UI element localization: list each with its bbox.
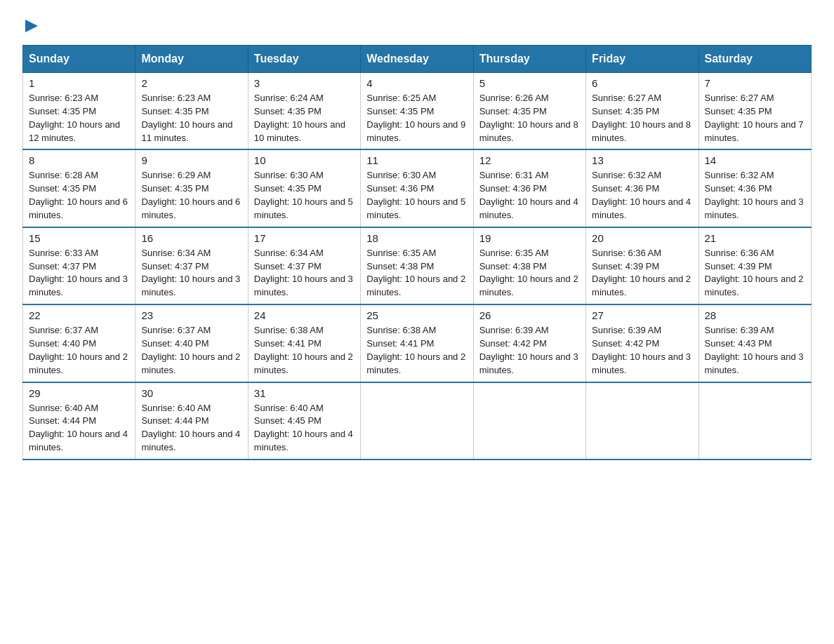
day-number: 2 [141, 77, 241, 89]
calendar-cell: 10 Sunrise: 6:30 AMSunset: 4:35 PMDaylig… [248, 149, 360, 227]
calendar-cell: 20 Sunrise: 6:36 AMSunset: 4:39 PMDaylig… [586, 227, 699, 304]
day-info: Sunrise: 6:32 AMSunset: 4:36 PMDaylight:… [705, 169, 805, 222]
day-info: Sunrise: 6:23 AMSunset: 4:35 PMDaylight:… [141, 92, 241, 145]
calendar-week-row: 29 Sunrise: 6:40 AMSunset: 4:44 PMDaylig… [23, 382, 812, 459]
calendar-cell: 18 Sunrise: 6:35 AMSunset: 4:38 PMDaylig… [361, 227, 473, 304]
calendar-cell: 4 Sunrise: 6:25 AMSunset: 4:35 PMDayligh… [361, 73, 473, 150]
calendar-cell: 12 Sunrise: 6:31 AMSunset: 4:36 PMDaylig… [473, 149, 585, 227]
svg-marker-0 [25, 20, 38, 32]
calendar-cell: 19 Sunrise: 6:35 AMSunset: 4:38 PMDaylig… [473, 227, 585, 304]
day-info: Sunrise: 6:30 AMSunset: 4:36 PMDaylight:… [366, 169, 467, 222]
calendar-cell: 13 Sunrise: 6:32 AMSunset: 4:36 PMDaylig… [586, 149, 699, 227]
calendar-cell: 8 Sunrise: 6:28 AMSunset: 4:35 PMDayligh… [23, 149, 135, 227]
day-number: 15 [29, 232, 129, 244]
day-number: 5 [479, 77, 580, 89]
calendar-cell: 25 Sunrise: 6:38 AMSunset: 4:41 PMDaylig… [361, 304, 473, 382]
header [22, 17, 812, 34]
day-number: 8 [29, 154, 129, 166]
calendar-cell: 2 Sunrise: 6:23 AMSunset: 4:35 PMDayligh… [135, 73, 248, 150]
day-info: Sunrise: 6:27 AMSunset: 4:35 PMDaylight:… [592, 92, 692, 145]
calendar-cell: 9 Sunrise: 6:29 AMSunset: 4:35 PMDayligh… [135, 149, 248, 227]
calendar-cell [586, 382, 699, 459]
header-tuesday: Tuesday [248, 46, 360, 73]
day-number: 27 [592, 309, 692, 321]
day-info: Sunrise: 6:39 AMSunset: 4:43 PMDaylight:… [705, 324, 805, 377]
day-number: 30 [141, 387, 241, 399]
calendar-cell: 21 Sunrise: 6:36 AMSunset: 4:39 PMDaylig… [699, 227, 811, 304]
calendar-cell: 15 Sunrise: 6:33 AMSunset: 4:37 PMDaylig… [23, 227, 135, 304]
calendar-cell: 17 Sunrise: 6:34 AMSunset: 4:37 PMDaylig… [248, 227, 360, 304]
calendar-cell: 26 Sunrise: 6:39 AMSunset: 4:42 PMDaylig… [473, 304, 585, 382]
header-friday: Friday [586, 46, 699, 73]
calendar-week-row: 8 Sunrise: 6:28 AMSunset: 4:35 PMDayligh… [23, 149, 812, 227]
day-number: 23 [141, 309, 241, 321]
day-info: Sunrise: 6:35 AMSunset: 4:38 PMDaylight:… [366, 247, 467, 300]
header-saturday: Saturday [699, 46, 811, 73]
logo-triangle-icon [24, 18, 39, 34]
calendar-cell: 3 Sunrise: 6:24 AMSunset: 4:35 PMDayligh… [248, 73, 360, 150]
calendar-cell: 5 Sunrise: 6:26 AMSunset: 4:35 PMDayligh… [473, 73, 585, 150]
day-info: Sunrise: 6:31 AMSunset: 4:36 PMDaylight:… [479, 169, 580, 222]
calendar-cell: 7 Sunrise: 6:27 AMSunset: 4:35 PMDayligh… [699, 73, 811, 150]
calendar-cell: 6 Sunrise: 6:27 AMSunset: 4:35 PMDayligh… [586, 73, 699, 150]
day-info: Sunrise: 6:40 AMSunset: 4:44 PMDaylight:… [29, 402, 129, 455]
day-info: Sunrise: 6:26 AMSunset: 4:35 PMDaylight:… [479, 92, 580, 145]
day-number: 29 [29, 387, 129, 399]
day-info: Sunrise: 6:38 AMSunset: 4:41 PMDaylight:… [254, 324, 355, 377]
day-info: Sunrise: 6:34 AMSunset: 4:37 PMDaylight:… [254, 247, 355, 300]
day-number: 3 [254, 77, 355, 89]
day-number: 19 [479, 232, 580, 244]
day-info: Sunrise: 6:24 AMSunset: 4:35 PMDaylight:… [254, 92, 355, 145]
calendar-cell: 24 Sunrise: 6:38 AMSunset: 4:41 PMDaylig… [248, 304, 360, 382]
day-info: Sunrise: 6:40 AMSunset: 4:45 PMDaylight:… [254, 402, 355, 455]
calendar-cell: 11 Sunrise: 6:30 AMSunset: 4:36 PMDaylig… [361, 149, 473, 227]
calendar-cell: 1 Sunrise: 6:23 AMSunset: 4:35 PMDayligh… [23, 73, 135, 150]
day-number: 26 [479, 309, 580, 321]
day-number: 17 [254, 232, 355, 244]
day-info: Sunrise: 6:37 AMSunset: 4:40 PMDaylight:… [141, 324, 241, 377]
day-info: Sunrise: 6:32 AMSunset: 4:36 PMDaylight:… [592, 169, 692, 222]
day-info: Sunrise: 6:38 AMSunset: 4:41 PMDaylight:… [366, 324, 467, 377]
header-wednesday: Wednesday [361, 46, 473, 73]
day-info: Sunrise: 6:25 AMSunset: 4:35 PMDaylight:… [366, 92, 467, 145]
calendar-table: SundayMondayTuesdayWednesdayThursdayFrid… [22, 45, 812, 460]
header-sunday: Sunday [23, 46, 135, 73]
day-info: Sunrise: 6:23 AMSunset: 4:35 PMDaylight:… [29, 92, 129, 145]
calendar-cell: 14 Sunrise: 6:32 AMSunset: 4:36 PMDaylig… [699, 149, 811, 227]
calendar-cell: 16 Sunrise: 6:34 AMSunset: 4:37 PMDaylig… [135, 227, 248, 304]
day-info: Sunrise: 6:35 AMSunset: 4:38 PMDaylight:… [479, 247, 580, 300]
day-info: Sunrise: 6:37 AMSunset: 4:40 PMDaylight:… [29, 324, 129, 377]
day-number: 31 [254, 387, 355, 399]
calendar-cell: 23 Sunrise: 6:37 AMSunset: 4:40 PMDaylig… [135, 304, 248, 382]
day-number: 7 [705, 77, 805, 89]
day-info: Sunrise: 6:34 AMSunset: 4:37 PMDaylight:… [141, 247, 241, 300]
logo [22, 17, 39, 34]
calendar-cell [699, 382, 811, 459]
day-number: 24 [254, 309, 355, 321]
day-info: Sunrise: 6:39 AMSunset: 4:42 PMDaylight:… [479, 324, 580, 377]
day-info: Sunrise: 6:33 AMSunset: 4:37 PMDaylight:… [29, 247, 129, 300]
day-number: 20 [592, 232, 692, 244]
day-info: Sunrise: 6:36 AMSunset: 4:39 PMDaylight:… [592, 247, 692, 300]
day-number: 18 [366, 232, 467, 244]
day-number: 28 [705, 309, 805, 321]
day-number: 25 [366, 309, 467, 321]
calendar-cell: 27 Sunrise: 6:39 AMSunset: 4:42 PMDaylig… [586, 304, 699, 382]
header-thursday: Thursday [473, 46, 585, 73]
day-number: 13 [592, 154, 692, 166]
day-number: 9 [141, 154, 241, 166]
calendar-cell: 30 Sunrise: 6:40 AMSunset: 4:44 PMDaylig… [135, 382, 248, 459]
day-number: 11 [366, 154, 467, 166]
day-info: Sunrise: 6:30 AMSunset: 4:35 PMDaylight:… [254, 169, 355, 222]
calendar-cell [473, 382, 585, 459]
header-monday: Monday [135, 46, 248, 73]
calendar-cell: 29 Sunrise: 6:40 AMSunset: 4:44 PMDaylig… [23, 382, 135, 459]
calendar-week-row: 22 Sunrise: 6:37 AMSunset: 4:40 PMDaylig… [23, 304, 812, 382]
day-number: 16 [141, 232, 241, 244]
calendar-week-row: 15 Sunrise: 6:33 AMSunset: 4:37 PMDaylig… [23, 227, 812, 304]
day-info: Sunrise: 6:27 AMSunset: 4:35 PMDaylight:… [705, 92, 805, 145]
day-number: 6 [592, 77, 692, 89]
calendar-cell: 28 Sunrise: 6:39 AMSunset: 4:43 PMDaylig… [699, 304, 811, 382]
day-number: 12 [479, 154, 580, 166]
day-info: Sunrise: 6:29 AMSunset: 4:35 PMDaylight:… [141, 169, 241, 222]
